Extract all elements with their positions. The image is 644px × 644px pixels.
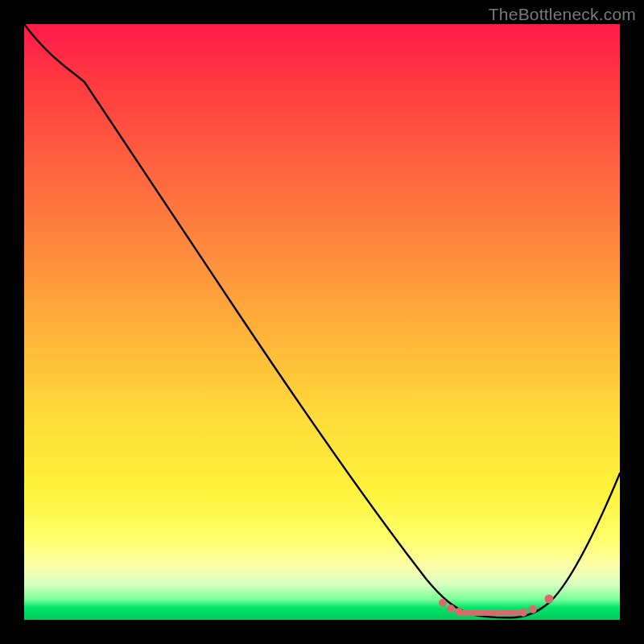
marker-dot	[529, 605, 537, 613]
plot-area	[24, 24, 620, 620]
marker-dot	[545, 595, 554, 604]
marker-bar	[456, 610, 520, 616]
marker-dot	[447, 605, 455, 613]
curve-path	[24, 24, 620, 617]
optimal-markers	[439, 595, 554, 617]
watermark-text: TheBottleneck.com	[489, 5, 636, 24]
marker-dot	[439, 599, 447, 607]
chart-frame: TheBottleneck.com	[0, 0, 644, 644]
marker-dot	[455, 608, 463, 616]
bottleneck-curve	[24, 24, 620, 620]
marker-dot	[519, 609, 527, 617]
